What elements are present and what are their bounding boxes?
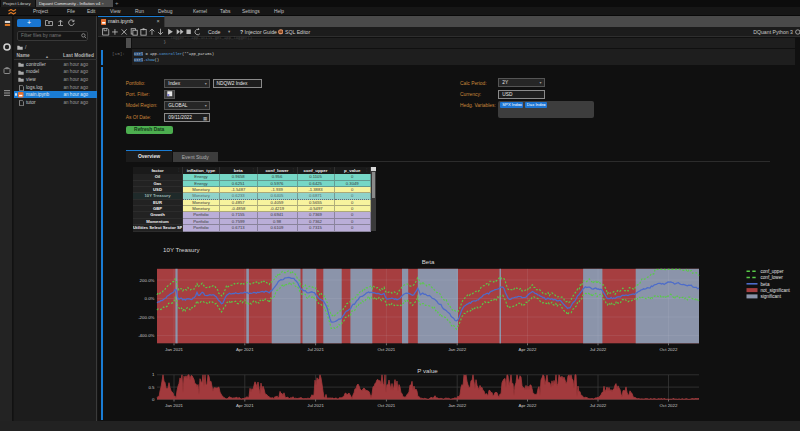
- svg-text:Jan 2022: Jan 2022: [448, 347, 467, 352]
- svg-text:10Y Treasury: 10Y Treasury: [163, 246, 201, 253]
- svg-text:Jan 2021: Jan 2021: [165, 347, 184, 352]
- svg-text:Beta: Beta: [422, 258, 435, 265]
- svg-text:significant: significant: [761, 294, 782, 299]
- svg-text:Oct 2021: Oct 2021: [377, 403, 395, 408]
- svg-text:Jul 2022: Jul 2022: [590, 403, 607, 408]
- svg-text:0.0%: 0.0%: [144, 296, 154, 301]
- svg-text:Jul 2021: Jul 2021: [307, 403, 324, 408]
- svg-text:Apr 2021: Apr 2021: [236, 347, 254, 352]
- svg-text:Jan 2021: Jan 2021: [165, 403, 184, 408]
- svg-text:Oct 2022: Oct 2022: [660, 403, 678, 408]
- svg-text:not_significant: not_significant: [761, 288, 791, 293]
- svg-text:Oct 2022: Oct 2022: [660, 347, 678, 352]
- svg-text:Oct 2021: Oct 2021: [377, 347, 395, 352]
- svg-text:Apr 2021: Apr 2021: [236, 403, 254, 408]
- svg-text:200.0%: 200.0%: [140, 278, 155, 283]
- svg-text:conf_lower: conf_lower: [761, 275, 784, 280]
- svg-text:P value: P value: [417, 367, 438, 374]
- svg-text:0.5: 0.5: [148, 385, 155, 390]
- svg-text:Apr 2022: Apr 2022: [519, 403, 537, 408]
- svg-text:Apr 2022: Apr 2022: [519, 347, 537, 352]
- svg-text:beta: beta: [761, 282, 770, 287]
- svg-text:Jul 2022: Jul 2022: [590, 347, 607, 352]
- svg-text:-200.0%: -200.0%: [138, 315, 154, 320]
- svg-text:Jul 2021: Jul 2021: [307, 347, 324, 352]
- svg-text:conf_upper: conf_upper: [761, 269, 784, 274]
- svg-text:Jan 2022: Jan 2022: [448, 403, 467, 408]
- svg-text:1: 1: [152, 372, 155, 377]
- svg-text:0: 0: [152, 397, 155, 402]
- svg-text:-400.0%: -400.0%: [138, 333, 154, 338]
